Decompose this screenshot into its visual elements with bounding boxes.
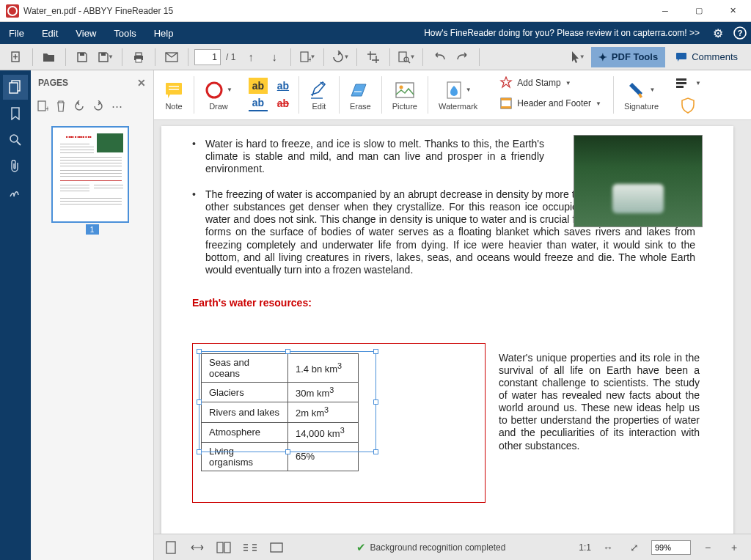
- svg-rect-52: [271, 543, 282, 552]
- menu-file[interactable]: File: [0, 22, 33, 44]
- strikeout-tool[interactable]: ab: [274, 95, 293, 111]
- edit-ribbon: Note ▼ Draw ab ab ab ab Edit: [154, 70, 751, 120]
- help-icon[interactable]: ?: [729, 22, 751, 44]
- add-stamp-button[interactable]: Add Stamp▼: [495, 75, 575, 91]
- svg-rect-35: [676, 82, 686, 84]
- add-page-icon[interactable]: +: [37, 100, 48, 113]
- redo-button[interactable]: [453, 47, 473, 67]
- page-down-button[interactable]: ↓: [264, 47, 285, 67]
- waterfall-image: [574, 135, 703, 227]
- view-two-page-icon[interactable]: [214, 538, 233, 557]
- bullet-dot: •: [192, 138, 205, 175]
- watermark-label: Watermark: [439, 102, 477, 111]
- pdf-tools-button[interactable]: ✦PDF Tools: [591, 47, 665, 67]
- open-button[interactable]: [39, 47, 59, 67]
- svg-point-19: [10, 135, 18, 142]
- document-page: • Water is hard to freeze, and ice is sl…: [161, 126, 733, 534]
- view-fullscreen-icon[interactable]: [267, 538, 286, 557]
- picture-tool[interactable]: Picture: [382, 70, 428, 119]
- fit-width-icon[interactable]: ↔: [598, 538, 618, 557]
- save-button[interactable]: [72, 47, 92, 67]
- menu-tools[interactable]: Tools: [105, 22, 144, 44]
- menu-view[interactable]: View: [67, 22, 105, 44]
- insert-text-tool[interactable]: ab: [249, 95, 268, 111]
- sidebar-search-icon[interactable]: [3, 128, 28, 152]
- comments-label: Comments: [692, 51, 738, 62]
- rotate-right-icon[interactable]: [92, 100, 104, 112]
- bullet-dot: •: [192, 188, 205, 276]
- delete-page-icon[interactable]: [56, 100, 66, 112]
- cursor-button[interactable]: ▼: [568, 47, 588, 67]
- table-cell-value: 30m km3: [288, 383, 359, 402]
- rotate-left-icon[interactable]: [73, 100, 85, 112]
- comments-button[interactable]: Comments: [668, 47, 745, 67]
- add-page-button[interactable]: +▼: [297, 47, 318, 67]
- svg-point-29: [399, 85, 403, 89]
- page-up-button[interactable]: ↑: [241, 47, 261, 67]
- close-button[interactable]: ✕: [716, 0, 750, 22]
- table-cell-key: Rivers and lakes: [202, 402, 288, 422]
- note-label: Note: [165, 102, 182, 111]
- underline-tool[interactable]: ab: [274, 78, 293, 94]
- svg-rect-32: [501, 98, 511, 100]
- sidebar-attachments-icon[interactable]: [3, 154, 28, 179]
- search-page-button[interactable]: ▼: [396, 47, 417, 67]
- view-fit-width-icon[interactable]: [188, 538, 207, 557]
- undo-button[interactable]: [429, 47, 450, 67]
- document-viewport[interactable]: • Water is hard to freeze, and ice is sl…: [154, 120, 751, 534]
- narrow-sidebar: [0, 70, 31, 560]
- zoom-in-button[interactable]: +: [725, 538, 744, 557]
- svg-rect-49: [166, 542, 175, 553]
- zoom-out-button[interactable]: −: [698, 538, 717, 557]
- minimize-button[interactable]: ─: [648, 0, 682, 22]
- edit-tool[interactable]: Edit: [299, 70, 339, 119]
- draw-label: Draw: [209, 102, 228, 111]
- watermark-tool[interactable]: ▼ Watermark: [428, 70, 488, 119]
- svg-rect-16: [676, 53, 686, 59]
- sidebar-bookmarks-icon[interactable]: [3, 101, 28, 126]
- signature-label: Signature: [624, 102, 659, 111]
- main-toolbar: ▼ / 1 ↑ ↓ +▼ ▼ ▼ ▼ ✦PDF Tools Comments: [0, 44, 751, 70]
- add-stamp-label: Add Stamp: [517, 78, 560, 88]
- mail-button[interactable]: [161, 47, 182, 67]
- svg-line-20: [17, 141, 21, 145]
- pages-panel-close-icon[interactable]: ✕: [137, 77, 146, 89]
- table-cell-key: Atmosphere: [202, 422, 288, 442]
- page-number-input[interactable]: [194, 49, 221, 65]
- crop-button[interactable]: [363, 47, 384, 67]
- zoom-ratio-label[interactable]: 1:1: [579, 542, 591, 553]
- print-button[interactable]: [128, 47, 149, 67]
- zoom-input[interactable]: [651, 540, 691, 555]
- fit-page-icon[interactable]: ⤢: [625, 538, 644, 557]
- draw-tool[interactable]: ▼ Draw: [194, 70, 243, 119]
- page-total-label: / 1: [224, 52, 238, 62]
- erase-tool[interactable]: Erase: [340, 70, 381, 119]
- page-thumbnail[interactable]: ■ ■■■ ■ ■■■■ ■ ■■: [51, 126, 129, 223]
- sidebar-signatures-icon[interactable]: [3, 180, 28, 205]
- svg-rect-28: [396, 83, 414, 97]
- header-footer-button[interactable]: Header and Footer▼: [495, 95, 606, 111]
- more-icon[interactable]: ⋯: [111, 100, 122, 113]
- sidebar-pages-icon[interactable]: [3, 75, 28, 100]
- edit-label: Edit: [312, 102, 326, 111]
- note-tool[interactable]: Note: [154, 70, 194, 119]
- menu-edit[interactable]: Edit: [33, 22, 67, 44]
- rotate-button[interactable]: ▼: [330, 47, 351, 67]
- maximize-button[interactable]: ▢: [682, 0, 716, 22]
- svg-text:+: +: [45, 105, 48, 113]
- protect-tool[interactable]: [681, 97, 695, 114]
- new-button[interactable]: [6, 47, 26, 67]
- pages-panel-title: PAGES: [38, 78, 68, 88]
- menu-help[interactable]: Help: [145, 22, 183, 44]
- water-resources-table: Seas and oceans1.4 bn km3Glaciers30m km3…: [201, 353, 359, 471]
- review-prompt[interactable]: How's FineReader doing for you? Please r…: [417, 28, 707, 38]
- settings-icon[interactable]: ⚙: [707, 22, 729, 44]
- view-page-icon[interactable]: [161, 538, 180, 557]
- signature-tool[interactable]: ▼ Signature: [614, 70, 669, 119]
- highlight-tool[interactable]: ab: [249, 78, 268, 94]
- pdf-tools-label: PDF Tools: [612, 51, 658, 62]
- save-as-button[interactable]: ▼: [95, 47, 116, 67]
- view-continuous-icon[interactable]: [241, 538, 260, 557]
- redaction-tool[interactable]: [675, 77, 689, 90]
- titlebar: Water_en.pdf - ABBYY FineReader 15 ─ ▢ ✕: [0, 0, 751, 22]
